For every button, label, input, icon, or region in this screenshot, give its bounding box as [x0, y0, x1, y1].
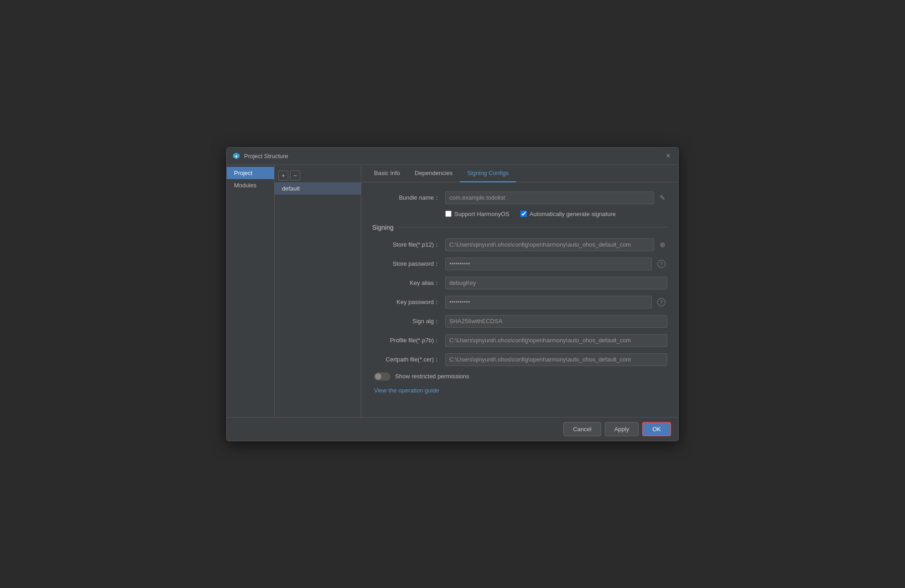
- sign-alg-label: Sign alg：: [372, 317, 445, 325]
- support-harmony-os-group: Support HarmonyOS: [445, 211, 510, 217]
- main-content: Project Modules + − default Basic Info: [227, 165, 678, 417]
- support-harmony-os-checkbox[interactable]: [445, 211, 452, 217]
- help-circle-icon-2: ?: [657, 298, 666, 306]
- svg-text:▲: ▲: [234, 154, 238, 158]
- bundle-name-input[interactable]: [445, 191, 654, 204]
- remove-config-button[interactable]: −: [290, 170, 300, 181]
- store-file-input[interactable]: [445, 238, 654, 251]
- store-password-label: Store password：: [372, 260, 445, 268]
- middle-panel: + − default: [275, 165, 361, 417]
- sidebar-item-project[interactable]: Project: [227, 167, 274, 179]
- store-password-help-button[interactable]: ?: [655, 258, 667, 269]
- sign-alg-controls: [445, 315, 667, 328]
- restricted-permissions-toggle[interactable]: [374, 372, 390, 381]
- apply-button[interactable]: Apply: [605, 422, 639, 436]
- tab-basic-info[interactable]: Basic Info: [367, 165, 407, 182]
- certpath-file-row: Certpath file(*.cer)：: [372, 353, 667, 366]
- store-password-controls: ?: [445, 258, 667, 270]
- store-file-fingerprint-button[interactable]: ⊕: [658, 240, 667, 250]
- bundle-name-row: Bundle name： ✎: [372, 191, 667, 204]
- sign-alg-input[interactable]: [445, 315, 667, 328]
- operation-guide-container: View the operation guide: [372, 387, 667, 394]
- add-config-button[interactable]: +: [278, 170, 288, 181]
- key-alias-input[interactable]: [445, 277, 667, 289]
- certpath-file-label: Certpath file(*.cer)：: [372, 356, 445, 364]
- tab-dependencies[interactable]: Dependencies: [407, 165, 460, 182]
- store-file-row: Store file(*.p12)： ⊕: [372, 238, 667, 251]
- certpath-file-controls: [445, 353, 667, 366]
- key-password-help-button[interactable]: ?: [655, 297, 667, 307]
- options-row: Support HarmonyOS Automatically generate…: [372, 211, 667, 217]
- key-alias-controls: [445, 277, 667, 289]
- help-circle-icon: ?: [657, 260, 666, 268]
- tab-signing-configs[interactable]: Signing Configs: [460, 165, 516, 182]
- profile-file-input[interactable]: [445, 334, 667, 347]
- store-file-controls: ⊕: [445, 238, 667, 251]
- key-password-label: Key password：: [372, 298, 445, 306]
- certpath-file-input[interactable]: [445, 353, 667, 366]
- profile-file-row: Profile file(*.p7b)：: [372, 334, 667, 347]
- cancel-button[interactable]: Cancel: [563, 422, 601, 436]
- config-item-default[interactable]: default: [275, 182, 361, 195]
- auto-generate-signature-checkbox[interactable]: [520, 211, 527, 217]
- auto-generate-signature-group: Automatically generate signature: [520, 211, 616, 217]
- bundle-name-label: Bundle name：: [372, 194, 445, 202]
- title-bar: ▲ Project Structure ×: [227, 148, 678, 165]
- auto-generate-signature-label: Automatically generate signature: [530, 211, 616, 217]
- key-password-controls: ?: [445, 296, 667, 309]
- store-file-label: Store file(*.p12)：: [372, 241, 445, 249]
- profile-file-label: Profile file(*.p7b)：: [372, 336, 445, 345]
- middle-toolbar: + −: [275, 169, 361, 182]
- store-password-input[interactable]: [445, 258, 652, 270]
- fingerprint-icon: ⊕: [660, 241, 666, 248]
- edit-icon: ✎: [660, 194, 666, 201]
- key-alias-label: Key alias：: [372, 279, 445, 287]
- bottom-bar: Cancel Apply OK: [227, 417, 678, 441]
- app-logo-icon: ▲: [232, 152, 240, 160]
- sidebar: Project Modules: [227, 165, 275, 417]
- ok-button[interactable]: OK: [642, 422, 671, 436]
- sidebar-item-modules[interactable]: Modules: [227, 179, 274, 191]
- store-password-row: Store password： ?: [372, 258, 667, 270]
- key-password-input[interactable]: [445, 296, 652, 309]
- close-icon[interactable]: ×: [664, 151, 673, 160]
- restricted-permissions-label: Show restricted permissions: [395, 373, 469, 380]
- right-panel: Basic Info Dependencies Signing Configs …: [361, 165, 678, 417]
- dialog-title: Project Structure: [244, 153, 664, 160]
- tabs: Basic Info Dependencies Signing Configs: [361, 165, 678, 182]
- signing-section-header: Signing: [372, 224, 667, 231]
- bundle-name-controls: ✎: [445, 191, 667, 204]
- operation-guide-link[interactable]: View the operation guide: [374, 387, 439, 394]
- support-harmony-os-label: Support HarmonyOS: [454, 211, 510, 217]
- key-alias-row: Key alias：: [372, 277, 667, 289]
- form-area: Bundle name： ✎ Support HarmonyOS: [361, 182, 678, 417]
- edit-bundle-name-button[interactable]: ✎: [658, 193, 667, 203]
- profile-file-controls: [445, 334, 667, 347]
- sign-alg-row: Sign alg：: [372, 315, 667, 328]
- toggle-knob: [375, 373, 381, 380]
- key-password-row: Key password： ?: [372, 296, 667, 309]
- restricted-permissions-container: Show restricted permissions: [372, 372, 667, 381]
- project-structure-dialog: ▲ Project Structure × Project Modules + …: [226, 147, 679, 441]
